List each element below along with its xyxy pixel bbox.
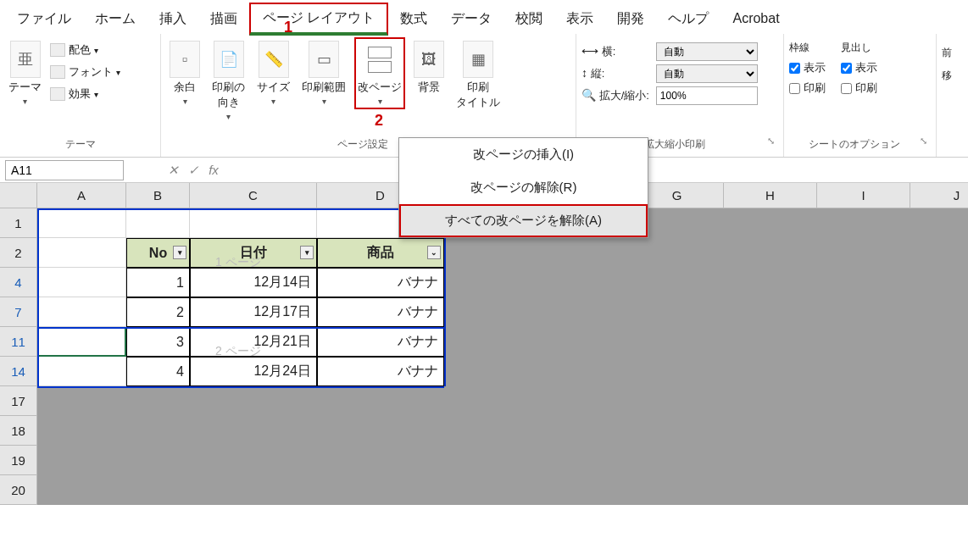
scale-width-label: ⟷ 横:: [581, 44, 649, 59]
orientation-icon: 📄: [214, 41, 244, 78]
grid-body[interactable]: No▾日付▾商品⌄112月14日バナナ212月17日バナナ312月21日バナナ4…: [37, 208, 968, 505]
tab-data[interactable]: データ: [439, 5, 503, 33]
gridlines-show-checkbox[interactable]: 表示: [789, 60, 826, 75]
colors-label: 配色: [69, 42, 91, 58]
tab-developer[interactable]: 開発: [605, 5, 656, 33]
group-theme: 亜 テーマ ▾ 配色▾ フォント▾ 効果▾ テーマ: [0, 34, 161, 157]
tab-view[interactable]: 表示: [554, 5, 605, 33]
scale-zoom-input[interactable]: [656, 86, 758, 105]
filter-active-icon[interactable]: ⌄: [427, 246, 441, 259]
row-header-1[interactable]: 1: [0, 208, 37, 238]
effects-icon: [50, 87, 65, 101]
ribbon-tabs: ファイル ホーム 挿入 描画 ページ レイアウト 数式 データ 校閲 表示 開発…: [0, 0, 968, 34]
tab-insert[interactable]: 挿入: [147, 5, 198, 33]
print-titles-icon: ▦: [463, 41, 493, 78]
options-launcher[interactable]: ⤡: [920, 136, 931, 153]
print-area-button[interactable]: ▭印刷範囲▾: [298, 37, 349, 109]
tab-home[interactable]: ホーム: [83, 5, 147, 33]
row-header-18[interactable]: 18: [0, 416, 37, 446]
colors-icon: [50, 43, 65, 57]
effects-button[interactable]: 効果▾: [50, 86, 120, 102]
name-box[interactable]: [5, 160, 124, 180]
margins-icon: ▫: [170, 41, 200, 78]
chevron-down-icon: ▾: [271, 97, 275, 106]
row-header-17[interactable]: 17: [0, 386, 37, 416]
tab-acrobat[interactable]: Acrobat: [720, 6, 791, 31]
themes-icon: 亜: [10, 41, 41, 78]
print-titles-button[interactable]: ▦印刷 タイトル: [453, 37, 503, 114]
select-all-corner[interactable]: [0, 183, 37, 208]
background-icon: 🖼: [414, 41, 444, 78]
row-header-20[interactable]: 20: [0, 475, 37, 505]
send-backward-button[interactable]: 移: [942, 69, 952, 83]
group-theme-label: テーマ: [5, 136, 155, 153]
fonts-icon: [50, 65, 65, 79]
themes-label: テーマ: [8, 80, 42, 95]
fonts-button[interactable]: フォント▾: [50, 64, 120, 80]
col-header-B[interactable]: B: [126, 183, 190, 208]
tab-formulas[interactable]: 数式: [388, 5, 439, 33]
row-header-11[interactable]: 11: [0, 327, 37, 357]
col-header-I[interactable]: I: [817, 183, 910, 208]
col-header-J[interactable]: J: [910, 183, 968, 208]
colors-button[interactable]: 配色▾: [50, 42, 120, 58]
row-header-2[interactable]: 2: [0, 238, 37, 268]
breaks-button[interactable]: 改ページ▾: [354, 37, 405, 109]
remove-page-break-item[interactable]: 改ページの解除(R): [399, 171, 648, 204]
group-options-label: シートのオプション: [789, 136, 920, 153]
row-header-7[interactable]: 7: [0, 297, 37, 327]
row-header-4[interactable]: 4: [0, 268, 37, 297]
reset-all-page-breaks-item[interactable]: すべての改ページを解除(A): [399, 204, 648, 237]
size-button[interactable]: 📏サイズ▾: [253, 37, 293, 109]
callout-2: 2: [375, 112, 383, 130]
gridlines-print-checkbox[interactable]: 印刷: [789, 80, 826, 96]
filter-icon[interactable]: ▾: [300, 246, 314, 259]
orientation-button[interactable]: 📄印刷の 向き▾: [209, 37, 248, 125]
chevron-down-icon: ▾: [183, 97, 187, 106]
gridlines-heading: 枠線: [789, 41, 826, 55]
themes-button[interactable]: 亜 テーマ ▾: [5, 37, 45, 109]
scale-height-select[interactable]: 自動: [656, 64, 758, 83]
margins-button[interactable]: ▫余白▾: [166, 37, 203, 109]
callout-1: 1: [284, 19, 292, 36]
bring-forward-button[interactable]: 前: [942, 46, 952, 60]
insert-page-break-item[interactable]: 改ページの挿入(I): [399, 138, 648, 171]
sheet-area: 1247111417181920 ABCDEFGHIJ No▾日付▾商品⌄112…: [0, 183, 968, 560]
headings-print-checkbox[interactable]: 印刷: [841, 80, 877, 96]
scale-zoom-label: 🔍 拡大/縮小:: [581, 88, 649, 103]
filter-icon[interactable]: ▾: [173, 246, 186, 259]
tab-draw[interactable]: 描画: [198, 5, 249, 33]
chevron-down-icon: ▾: [23, 97, 27, 106]
scale-launcher[interactable]: ⤡: [767, 136, 778, 153]
scale-height-label: ↕ 縦:: [581, 66, 649, 81]
chevron-down-icon: ▾: [378, 97, 382, 106]
row-headers: 1247111417181920: [0, 208, 37, 505]
group-arrange: 前 移: [937, 34, 967, 157]
scale-width-select[interactable]: 自動: [656, 42, 758, 61]
row-header-19[interactable]: 19: [0, 446, 37, 475]
cancel-icon[interactable]: ✕: [163, 160, 183, 180]
col-header-A[interactable]: A: [37, 183, 126, 208]
headings-show-checkbox[interactable]: 表示: [841, 60, 877, 75]
effects-label: 効果: [69, 86, 91, 102]
col-header-C[interactable]: C: [190, 183, 317, 208]
breaks-dropdown: 改ページの挿入(I) 改ページの解除(R) すべての改ページを解除(A): [398, 137, 648, 238]
tab-page-layout[interactable]: ページ レイアウト: [249, 3, 388, 36]
group-sheet-options: 枠線 表示 印刷 見出し 表示 印刷 シートのオプション⤡: [784, 34, 937, 157]
tab-review[interactable]: 校閲: [503, 5, 554, 33]
print-area-icon: ▭: [309, 41, 339, 78]
tab-file[interactable]: ファイル: [5, 5, 83, 33]
fonts-label: フォント: [69, 64, 113, 80]
col-header-H[interactable]: H: [724, 183, 817, 208]
background-button[interactable]: 🖼背景: [410, 37, 448, 98]
enter-icon[interactable]: ✓: [183, 160, 203, 180]
row-header-14[interactable]: 14: [0, 357, 37, 386]
breaks-icon: [364, 41, 395, 78]
tab-help[interactable]: ヘルプ: [656, 5, 720, 33]
chevron-down-icon: ▾: [322, 97, 326, 106]
headings-heading: 見出し: [841, 41, 877, 55]
size-icon: 📏: [259, 41, 289, 78]
fx-icon[interactable]: fx: [203, 160, 224, 180]
chevron-down-icon: ▾: [226, 112, 231, 121]
